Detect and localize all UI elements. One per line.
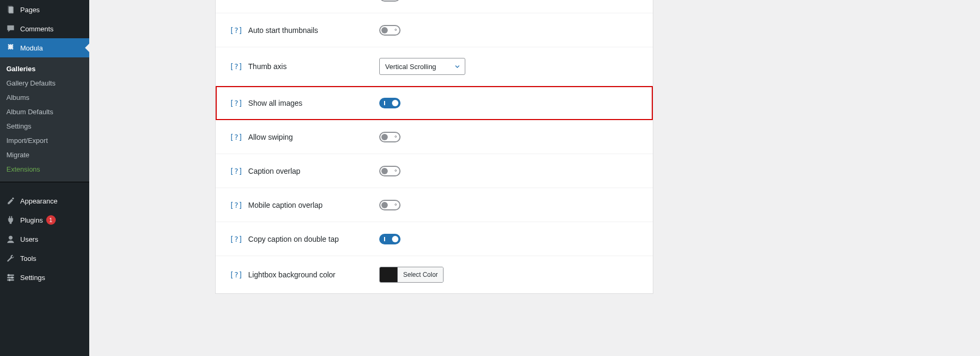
sidebar-sub-settings[interactable]: Settings <box>0 119 89 133</box>
toggle-copy-caption-double-tap[interactable] <box>379 234 400 244</box>
row-label: Caption overlap <box>248 167 300 175</box>
users-icon <box>5 234 16 244</box>
select-value: Vertical Scrolling <box>385 63 436 71</box>
sidebar-item-label: Appearance <box>20 197 57 205</box>
help-icon[interactable]: [?] <box>229 167 243 175</box>
sidebar-sub-extensions[interactable]: Extensions <box>0 162 89 176</box>
sidebar-sub-migrate[interactable]: Migrate <box>0 148 89 162</box>
toggle-thumbnails-at-bottom[interactable] <box>379 0 400 2</box>
plugins-icon <box>5 215 16 225</box>
help-icon[interactable]: [?] <box>229 99 243 107</box>
sidebar-sub-galleries[interactable]: Galleries <box>0 62 89 76</box>
sidebar-submenu: Galleries Gallery Defaults Albums Album … <box>0 57 89 182</box>
color-swatch <box>380 267 398 282</box>
sidebar-sub-gallery-defaults[interactable]: Gallery Defaults <box>0 76 89 90</box>
row-mobile-caption-overlap: [?] Mobile caption overlap <box>216 188 653 222</box>
sidebar-item-appearance[interactable]: Appearance <box>0 191 89 210</box>
svg-rect-1 <box>8 7 13 14</box>
settings-panel: [?] Thumbnails at bottom [?] Auto start … <box>215 0 653 294</box>
modula-icon <box>5 43 16 53</box>
select-color-button[interactable]: Select Color <box>398 267 443 282</box>
svg-point-2 <box>12 198 14 200</box>
help-icon[interactable]: [?] <box>229 235 243 243</box>
sidebar-item-label: Users <box>20 235 38 243</box>
row-auto-start-thumbnails: [?] Auto start thumbnails <box>216 13 653 47</box>
svg-point-3 <box>8 236 12 240</box>
row-show-all-images: [?] Show all images <box>216 86 653 120</box>
sidebar-item-comments[interactable]: Comments <box>0 19 89 38</box>
sidebar-item-label: Tools <box>20 255 36 262</box>
help-icon[interactable]: [?] <box>229 201 243 209</box>
row-label: Thumb axis <box>248 62 286 71</box>
help-icon[interactable]: [?] <box>229 0 243 1</box>
settings-icon <box>5 272 16 283</box>
select-thumb-axis[interactable]: Vertical Scrolling <box>379 58 465 75</box>
sidebar-item-label: Plugins <box>20 216 43 224</box>
row-label: Auto start thumbnails <box>248 26 318 35</box>
sidebar-item-users[interactable]: Users <box>0 230 89 249</box>
toggle-allow-swiping[interactable] <box>379 132 400 142</box>
plugins-update-badge: 1 <box>46 215 56 225</box>
sidebar-item-settings[interactable]: Settings <box>0 268 89 287</box>
help-icon[interactable]: [?] <box>229 26 243 35</box>
toggle-mobile-caption-overlap[interactable] <box>379 200 400 210</box>
sidebar-item-modula[interactable]: Modula <box>0 38 89 57</box>
admin-sidebar: Pages Comments Modula Galleries Gallery … <box>0 0 89 356</box>
toggle-caption-overlap[interactable] <box>379 166 400 176</box>
sidebar-sub-albums[interactable]: Albums <box>0 90 89 105</box>
sidebar-sub-import-export[interactable]: Import/Export <box>0 133 89 148</box>
row-copy-caption-double-tap: [?] Copy caption on double tap <box>216 222 653 256</box>
tools-icon <box>5 253 16 264</box>
sidebar-item-label: Modula <box>20 44 43 52</box>
color-picker-lightbox-bg[interactable]: Select Color <box>379 267 444 283</box>
svg-rect-7 <box>8 274 10 277</box>
svg-rect-8 <box>12 276 13 279</box>
appearance-icon <box>5 196 16 206</box>
main-content: [?] Thumbnails at bottom [?] Auto start … <box>89 0 980 356</box>
row-label: Allow swiping <box>248 133 293 141</box>
sidebar-item-tools[interactable]: Tools <box>0 249 89 268</box>
sidebar-item-label: Comments <box>20 25 54 33</box>
svg-rect-6 <box>7 279 14 281</box>
sidebar-item-pages[interactable]: Pages <box>0 0 89 19</box>
comments-icon <box>5 23 16 34</box>
svg-rect-9 <box>9 279 10 282</box>
row-label: Copy caption on double tap <box>248 235 338 243</box>
row-thumb-axis: [?] Thumb axis Vertical Scrolling <box>216 47 653 86</box>
row-allow-swiping: [?] Allow swiping <box>216 120 653 154</box>
sidebar-sub-album-defaults[interactable]: Album Defaults <box>0 105 89 119</box>
toggle-show-all-images[interactable] <box>379 98 400 108</box>
row-thumbnails-at-bottom: [?] Thumbnails at bottom <box>216 0 653 13</box>
row-lightbox-background-color: [?] Lightbox background color Select Col… <box>216 256 653 293</box>
row-label: Thumbnails at bottom <box>248 0 320 1</box>
row-label: Mobile caption overlap <box>248 201 322 209</box>
sidebar-item-label: Settings <box>20 274 45 282</box>
svg-rect-5 <box>7 277 14 278</box>
help-icon[interactable]: [?] <box>229 133 243 141</box>
sidebar-item-label: Pages <box>20 6 40 14</box>
row-label: Lightbox background color <box>248 270 335 279</box>
sidebar-item-plugins[interactable]: Plugins 1 <box>0 210 89 230</box>
row-label: Show all images <box>248 99 302 107</box>
sidebar-separator <box>0 182 89 191</box>
help-icon[interactable]: [?] <box>229 62 243 71</box>
help-icon[interactable]: [?] <box>229 270 243 279</box>
toggle-auto-start-thumbnails[interactable] <box>379 25 400 36</box>
row-caption-overlap: [?] Caption overlap <box>216 154 653 188</box>
pages-icon <box>5 4 16 15</box>
